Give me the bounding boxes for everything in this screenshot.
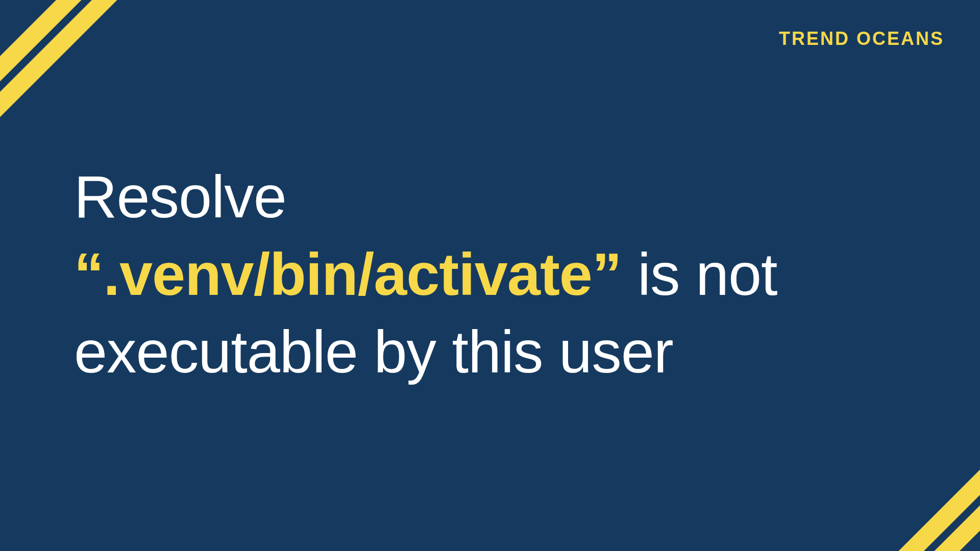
title-line-2-rest: is not [621, 241, 777, 308]
title-highlighted-path: .venv/bin/activate [104, 241, 592, 308]
quote-open: “ [74, 241, 104, 308]
brand-label: TREND OCEANS [779, 28, 944, 49]
title-line-1: Resolve [74, 163, 286, 230]
decorative-stripes-bottom-right [725, 347, 980, 551]
quote-close: ” [592, 241, 622, 308]
title-line-3: executable by this user [74, 318, 673, 385]
